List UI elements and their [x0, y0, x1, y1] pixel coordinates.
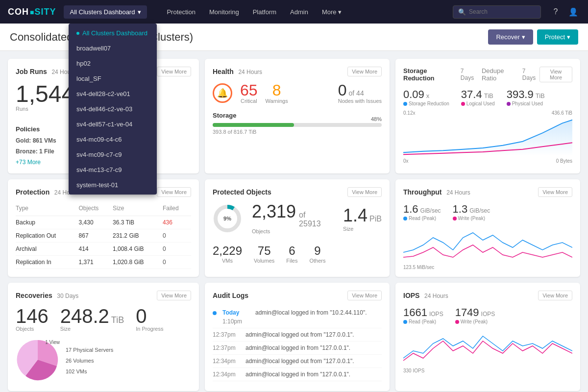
cluster-dropdown-menu: All Clusters Dashboard broadwell07 hp02 …: [69, 24, 157, 195]
iops-header: IOPS 24 Hours View More: [403, 291, 572, 300]
help-icon[interactable]: ?: [549, 5, 563, 19]
audit-logs-card: Audit Logs View More Today 1:10pm admin@…: [205, 283, 390, 391]
table-row: Replication In 1,371 1,020.8 GiB 0: [16, 256, 191, 269]
dropdown-item-sv4-dell57[interactable]: sv4-dell57-c1-ve-04: [69, 117, 157, 132]
sr-unit: x: [426, 92, 430, 99]
job-runs-view-more[interactable]: View More: [157, 67, 191, 76]
po-files: 6 Files: [286, 244, 297, 264]
rec-objects: 146 Objects: [16, 306, 49, 332]
nav-platform[interactable]: Platform: [247, 5, 282, 19]
po-sub-stats: 2,229 VMs 75 Volumes 6 Files 9 Others: [213, 244, 382, 264]
sr-physical-metric: 393.9 TiB Physical Used: [507, 88, 545, 106]
alert-icon: 🔔: [213, 83, 232, 103]
dropdown-item-sv4-dell46[interactable]: sv4-dell46-c2-ve-03: [69, 101, 157, 117]
nav-icons: ? 👤: [549, 5, 580, 19]
row-objects-archival: 414: [79, 243, 113, 256]
search-icon: 🔍: [458, 8, 466, 16]
row-size-replication-out: 231.2 GiB: [113, 229, 163, 243]
throughput-title: Throughput: [403, 188, 442, 196]
throughput-header: Throughput 24 Hours View More: [403, 187, 572, 197]
row-objects-replication-in: 1,371: [79, 256, 113, 269]
search-box[interactable]: 🔍: [453, 5, 541, 19]
nav-admin[interactable]: Admin: [284, 5, 314, 19]
dropdown-item-local-sf[interactable]: local_SF: [69, 71, 157, 86]
rec-in-progress: 0 In Progress: [136, 306, 163, 332]
nav-more[interactable]: More ▾: [316, 5, 347, 19]
sr-tab-dedupe[interactable]: Dedupe Ratio: [482, 67, 518, 82]
legend-physical: 17 Physical Servers: [66, 344, 113, 355]
audit-entries: Today 1:10pm admin@local logged in from …: [213, 306, 382, 381]
warning-value: 8: [266, 82, 288, 98]
search-input[interactable]: [469, 8, 538, 15]
audit-title: Audit Logs: [213, 292, 248, 299]
recoveries-view-more[interactable]: View More: [157, 291, 191, 300]
protect-button[interactable]: Protect ▾: [537, 29, 578, 45]
health-nodes: 0 of 44 Nodes with Issues: [338, 82, 382, 104]
sr-chart: 0.12x 436.6 TiB 0x 0 Bytes: [403, 110, 572, 149]
rec-objects-value: 146: [16, 306, 49, 326]
row-failed-archival: 0: [163, 243, 191, 256]
recoveries-stats: 146 Objects 248.2 TiB Size 0 In Progress: [16, 306, 191, 332]
row-type-replication-out: Replication Out: [16, 229, 79, 243]
po-title: Protected Objects: [213, 188, 271, 196]
col-type: Type: [16, 203, 79, 216]
iops-pink-line: [403, 341, 572, 361]
col-failed: Failed: [163, 203, 191, 216]
nav-monitoring[interactable]: Monitoring: [203, 5, 245, 19]
dropdown-item-broadwell07[interactable]: broadwell07: [69, 41, 157, 56]
throughput-card: Throughput 24 Hours View More 1.6 GiB/se…: [395, 179, 580, 277]
sr-days2: 7 Days: [522, 68, 539, 81]
iops-subtitle: 24 Hours: [424, 293, 448, 299]
nav-links: Protection Monitoring Platform Admin Mor…: [161, 5, 449, 19]
audit-view-more[interactable]: View More: [347, 291, 382, 300]
iops-read-value: 1661: [403, 306, 427, 319]
rec-ip-label: In Progress: [136, 326, 163, 332]
sr-y-min: 0x: [403, 158, 409, 164]
throughput-subtitle: 24 Hours: [446, 189, 470, 196]
header-actions: Recover ▾ Protect ▾: [488, 29, 578, 45]
health-title-group: Health 24 Hours: [213, 68, 262, 75]
protection-view-more[interactable]: View More: [157, 187, 191, 197]
audit-time-0: 1:10pm: [222, 318, 249, 325]
logo-accent: ■SITY: [30, 7, 56, 17]
dropdown-item-sv4-dell28[interactable]: sv4-dell28-c2-ve01: [69, 86, 157, 101]
audit-time-4: 12:34pm: [213, 371, 240, 378]
pie-area: 1 View 17 Physical Servers 26 Volumes 10…: [16, 338, 191, 383]
health-view-more[interactable]: View More: [347, 67, 382, 76]
job-runs-value: 1,544: [16, 82, 74, 106]
dropdown-item-system-test[interactable]: system-test-01: [69, 177, 157, 193]
nav-protection[interactable]: Protection: [161, 5, 201, 19]
recoveries-title-group: Recoveries 30 Days: [16, 292, 78, 299]
po-view-more[interactable]: View More: [347, 187, 382, 197]
dropdown-item-all-clusters[interactable]: All Clusters Dashboard: [69, 25, 157, 41]
throughput-view-more[interactable]: View More: [538, 187, 572, 197]
iops-write: 1749 IOPS Write (Peak): [455, 306, 495, 324]
chevron-down-icon: ▾: [567, 33, 570, 41]
sr-tab-reduction[interactable]: Storage Reduction: [403, 67, 457, 82]
iops-view-more[interactable]: View More: [538, 291, 572, 300]
tp-read-label: Read (Peak): [403, 216, 441, 221]
iops-metrics: 1661 IOPS Read (Peak) 1749 IOPS Write (P…: [403, 306, 572, 324]
audit-msg-2: admin@local logged in from "127.0.0.1".: [245, 344, 350, 351]
recover-button[interactable]: Recover ▾: [488, 29, 533, 45]
dropdown-item-sv4-mc09-c7[interactable]: sv4-mc09-c7-c9: [69, 147, 157, 162]
po-size-value: 1.4: [343, 205, 368, 226]
sr-days: 7 Days: [461, 68, 478, 81]
sr-view-more[interactable]: View More: [539, 67, 572, 82]
col-objects: Objects: [79, 203, 113, 216]
iops-card: IOPS 24 Hours View More 1661 IOPS Read (…: [395, 283, 580, 391]
user-icon[interactable]: 👤: [566, 5, 580, 19]
cluster-dropdown[interactable]: All Clusters Dashboard ▾: [64, 5, 147, 19]
po-volumes-value: 75: [254, 244, 274, 258]
sr-blue-fill: [403, 120, 572, 156]
po-objects-value: 2,319: [252, 203, 296, 220]
dropdown-item-sv4-mc09-c4[interactable]: sv4-mc09-c4-c6: [69, 132, 157, 147]
row-type-archival: Archival: [16, 243, 79, 256]
dropdown-item-hp02[interactable]: hp02: [69, 56, 157, 71]
audit-time-1: 12:37pm: [213, 331, 240, 338]
dropdown-item-sv4-mc13[interactable]: sv4-mc13-c7-c9: [69, 162, 157, 177]
row-objects-replication-out: 867: [79, 229, 113, 243]
legend-volumes: 26 Volumes: [66, 355, 113, 366]
nodes-label: Nodes with Issues: [338, 98, 382, 104]
health-metrics: 🔔 65 Critical 8 Warnings 0 of 44 Nodes w…: [213, 82, 382, 104]
